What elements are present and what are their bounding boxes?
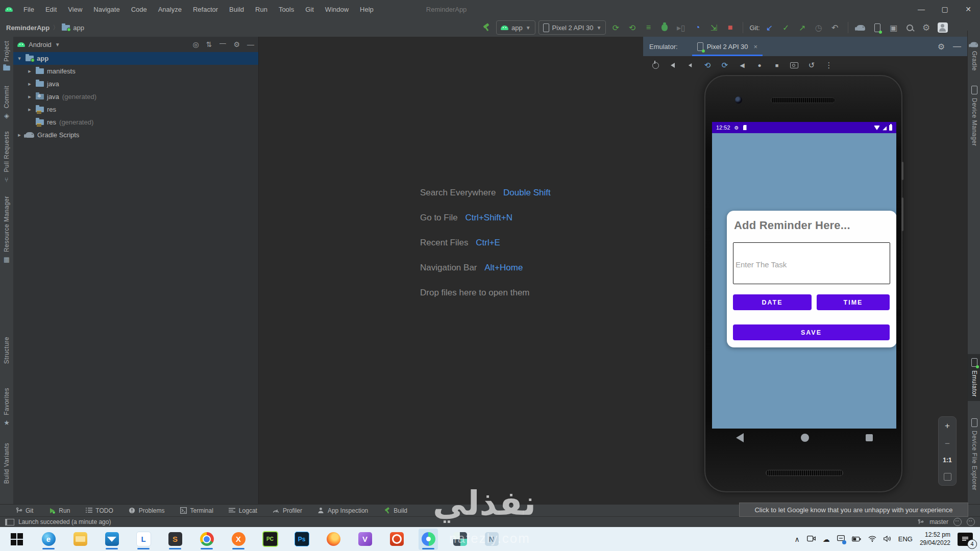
tree-row-res[interactable]: ▸ res [13, 103, 258, 116]
apply-changes-button[interactable]: ⟲ [625, 21, 639, 34]
avd-manager-button[interactable]: ▣ [887, 21, 900, 34]
tray-language-indicator[interactable]: ENG [898, 535, 913, 543]
chevron-collapsed-icon[interactable]: ▸ [27, 106, 33, 113]
toolwindow-git[interactable]: Git [15, 507, 33, 514]
tool-window-switcher-icon[interactable] [5, 519, 14, 525]
git-push-button[interactable]: ↗ [796, 21, 809, 34]
git-history-button[interactable]: ◷ [812, 21, 825, 34]
sidebar-tab-favorites[interactable]: Favorites ★ [0, 388, 13, 427]
git-branch-name[interactable]: master [929, 518, 948, 525]
taskbar-l-app[interactable]: L [134, 529, 153, 550]
sidebar-tab-pull-requests[interactable]: Pull Requests ⑂ [0, 131, 13, 184]
snapshots-icon[interactable]: ↺ [805, 59, 818, 71]
close-tab-icon[interactable]: × [754, 43, 758, 51]
run-button[interactable]: ⟳ [609, 21, 622, 34]
menu-window[interactable]: Window [321, 4, 353, 15]
rotate-right-icon[interactable]: ⟳ [719, 59, 731, 71]
chevron-collapsed-icon[interactable]: ▸ [16, 132, 22, 138]
profile-app-button[interactable]: ⇲ [707, 21, 720, 34]
menu-file[interactable]: File [19, 4, 39, 15]
taskbar-android-studio[interactable] [419, 529, 438, 550]
menu-code[interactable]: Code [127, 4, 152, 15]
fit-to-window-button[interactable] [944, 473, 951, 481]
chevron-collapsed-icon[interactable]: ▸ [27, 68, 33, 74]
maximize-window-button[interactable]: ▢ [933, 0, 957, 18]
nav-back-button[interactable] [736, 433, 744, 442]
sidebar-tab-emulator[interactable]: Emulator [968, 354, 980, 401]
apply-code-changes-button[interactable]: ≡ [642, 21, 655, 34]
device-manager-button[interactable] [871, 21, 884, 34]
menu-view[interactable]: View [63, 4, 87, 15]
taskbar-xampp[interactable]: X [229, 529, 248, 550]
emulator-settings-gear-icon[interactable]: ⚙ [938, 42, 945, 52]
toolwindow-logcat[interactable]: Logcat [229, 507, 257, 514]
menu-help[interactable]: Help [355, 4, 378, 15]
taskbar-edge[interactable]: e [39, 529, 58, 550]
sidebar-tab-device-manager[interactable]: Device Manager [968, 86, 980, 146]
chevron-collapsed-icon[interactable]: ▸ [27, 81, 33, 87]
menu-build[interactable]: Build [225, 4, 249, 15]
menu-refactor[interactable]: Refactor [188, 4, 223, 15]
hide-panel-icon[interactable]: — [247, 40, 254, 48]
locate-file-icon[interactable]: ◎ [192, 40, 199, 48]
power-button-icon[interactable] [649, 59, 662, 71]
chevron-collapsed-icon[interactable]: ▸ [27, 93, 33, 100]
project-view-selector[interactable]: Android [29, 41, 52, 48]
collapse-all-icon[interactable]: ⼀ [219, 40, 226, 49]
feedback-happy-icon[interactable] [953, 518, 962, 526]
back-button-icon[interactable]: ◀ [736, 59, 748, 71]
phone-screen[interactable]: 12:52 ⚙ ◢ Add Reminder Here... Enter The… [712, 122, 896, 429]
minimize-window-button[interactable]: — [910, 0, 933, 18]
taskbar-chrome[interactable] [197, 529, 216, 550]
volume-up-icon[interactable] [667, 59, 679, 71]
tree-row-java[interactable]: ▸ java [13, 78, 258, 90]
toolwindow-run[interactable]: Run [48, 507, 70, 514]
taskbar-mail[interactable] [102, 529, 121, 550]
sidebar-tab-project[interactable]: Project [0, 41, 13, 71]
profiler-button[interactable]: ◔ [691, 21, 704, 34]
menu-run[interactable]: Run [251, 4, 272, 15]
screenshot-camera-icon[interactable] [788, 59, 800, 71]
feedback-unhappy-icon[interactable] [967, 518, 975, 526]
taskbar-file-explorer[interactable] [70, 529, 90, 550]
device-select[interactable]: Pixel 2 API 30 ▼ [538, 20, 606, 35]
tray-wifi-icon[interactable] [868, 535, 876, 543]
start-button[interactable] [7, 529, 27, 550]
breadcrumb-project[interactable]: ReminderApp [6, 24, 50, 32]
toolwindow-terminal[interactable]: Terminal [180, 507, 213, 514]
menu-navigate[interactable]: Navigate [89, 4, 124, 15]
zoom-out-button[interactable]: − [945, 439, 950, 448]
rotate-left-icon[interactable]: ⟲ [701, 59, 714, 71]
time-button[interactable]: TIME [817, 294, 890, 310]
sidebar-tab-resource-manager[interactable]: Resource Manager ▦ [0, 196, 13, 263]
volume-down-icon[interactable] [684, 59, 696, 71]
stop-button[interactable]: ■ [723, 21, 737, 34]
toolwindow-app-inspection[interactable]: App Inspection [317, 507, 368, 514]
menu-edit[interactable]: Edit [41, 4, 61, 15]
git-commit-button[interactable]: ✓ [779, 21, 793, 34]
sidebar-tab-commit[interactable]: Commit ◈ [0, 86, 13, 119]
tray-speaker-icon[interactable] [884, 535, 891, 543]
sidebar-tab-structure[interactable]: Structure [0, 337, 13, 364]
tree-row-manifests[interactable]: ▸ manifests [13, 65, 258, 78]
taskbar-office[interactable] [387, 529, 406, 550]
tree-row-java-generated[interactable]: ▸ java (generated) [13, 90, 258, 103]
search-everywhere-icon[interactable] [903, 21, 917, 34]
settings-gear-icon[interactable]: ⚙ [920, 21, 933, 34]
menu-git[interactable]: Git [301, 4, 318, 15]
emulator-device-tab[interactable]: Pixel 2 API 30 × [692, 37, 763, 56]
sidebar-tab-gradle[interactable]: Gradle [968, 42, 980, 71]
chevron-expanded-icon[interactable]: ▾ [16, 55, 22, 62]
profile-avatar[interactable] [936, 21, 949, 34]
tree-row-gradle-scripts[interactable]: ▸ Gradle Scripts [13, 129, 258, 141]
tray-clock[interactable]: 12:52 pm 29/04/2022 [920, 531, 950, 547]
tray-display-sync-icon[interactable] [837, 535, 845, 543]
expand-all-icon[interactable]: ⇅ [206, 40, 212, 48]
tray-onedrive-icon[interactable]: ☁ [823, 535, 830, 543]
task-input-field[interactable]: Enter The Task [733, 242, 890, 284]
zoom-in-button[interactable]: + [945, 421, 950, 430]
taskbar-sublime-text[interactable]: S [165, 529, 185, 550]
nav-home-button[interactable] [801, 434, 809, 442]
toolwindow-profiler[interactable]: Profiler [273, 507, 302, 514]
menu-tools[interactable]: Tools [274, 4, 299, 15]
